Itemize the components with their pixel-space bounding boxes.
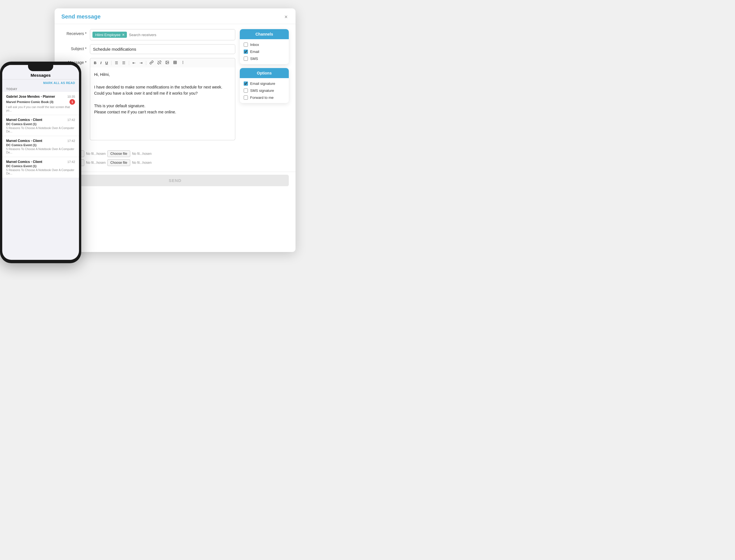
image-icon[interactable] [164,60,171,66]
mobile-message-item-1[interactable]: Marvel Comics - Client 17:42 DC Comics E… [2,115,79,136]
options-sms-sig-option[interactable]: SMS signature [244,88,285,93]
link-icon[interactable] [148,60,155,66]
mobile-device: Messages MARK ALL AS READ TODAY Gabriel … [0,62,81,263]
choose-file-button-2b[interactable]: Choose file [107,159,130,166]
channels-email-checkbox[interactable] [244,50,248,54]
receivers-row: Receivers * Hilmi Employee × [61,29,235,40]
more-options-icon[interactable] [179,60,186,66]
mobile-mark-all-button[interactable]: MARK ALL AS READ [2,80,79,86]
subject-input[interactable] [90,44,235,54]
modal-body: Receivers * Hilmi Employee × Subject * [55,24,295,150]
options-forward-label: Forward to me [250,95,274,100]
channels-email-label: Email [250,50,259,54]
mobile-screen: Messages MARK ALL AS READ TODAY Gabriel … [2,65,79,260]
mobile-message-item-0[interactable]: Gabriel Jose Mendes - Planner 10:35 Marv… [2,92,79,115]
modal-close-button[interactable]: × [283,14,289,20]
mobile-preview-1: 5 Reasons To Choose A Notebook Over A Co… [6,126,75,133]
modal-sidebar: Channels Inbox Email SMS [240,29,289,145]
channels-body: Inbox Email SMS [240,39,289,64]
mobile-preview-0: I will ask you if you can modif the last… [6,105,75,112]
mobile-sender-3: Marvel Comics - Client [6,160,42,164]
options-sms-sig-checkbox[interactable] [244,88,248,93]
svg-rect-3 [174,61,177,64]
options-email-sig-checkbox[interactable] [244,81,248,86]
no-file-text-2a: No fil...hosen [86,161,106,165]
receiver-tag-name: Hilmi Employee [95,33,120,37]
subject-control [90,44,235,54]
options-sms-sig-label: SMS signature [250,88,274,93]
send-button[interactable]: SEND [61,175,289,186]
channels-sms-label: SMS [250,57,258,61]
unlink-icon[interactable] [156,60,163,66]
receiver-tag: Hilmi Employee × [92,32,127,38]
unordered-list-icon[interactable]: ☰ [121,60,127,66]
mobile-message-item-3[interactable]: Marvel Comics - Client 17:42 DC Comics E… [2,157,79,178]
channels-email-option[interactable]: Email [244,50,285,54]
send-message-modal: Send message × Receivers * Hilmi Employe… [55,8,295,252]
mobile-notch [28,65,53,71]
options-forward-checkbox[interactable] [244,95,248,100]
channels-inbox-label: Inbox [250,43,259,47]
svg-point-10 [183,64,183,64]
modal-title: Send message [61,13,101,20]
attachment-row-2: Choose file No fil...hosen Choose file N… [61,159,289,166]
attachments-section: Choose file No fil...hosen Choose file N… [55,150,295,172]
mobile-sender-1: Marvel Comics - Client [6,118,42,122]
subject-label: Subject * [61,44,87,51]
mobile-time-3: 17:42 [67,160,75,164]
mobile-preview-2: 5 Reasons To Choose A Notebook Over A Co… [6,147,75,154]
indent-decrease-icon[interactable]: ⇤ [131,60,137,66]
options-body: Email signature SMS signature Forward to… [240,78,289,103]
mobile-subject-2: DC Comics Event (1) [6,143,75,147]
options-email-sig-option[interactable]: Email signature [244,81,285,86]
svg-point-9 [183,62,183,62]
channels-inbox-checkbox[interactable] [244,43,248,47]
message-control: B I U ☰ ☰ ⇤ ⇥ [90,58,235,141]
receivers-search-input[interactable] [129,33,233,37]
channels-panel: Channels Inbox Email SMS [240,29,289,64]
receiver-tag-close-button[interactable]: × [122,32,124,37]
mobile-sender-0: Gabriel Jose Mendes - Planner [6,95,55,99]
no-file-text-1a: No fil...hosen [86,152,106,156]
mobile-sender-2: Marvel Comics - Client [6,139,42,143]
table-icon[interactable] [172,60,178,66]
channels-sms-option[interactable]: SMS [244,57,285,61]
mobile-section-today: TODAY [2,86,79,92]
no-file-text-2b: No fil...hosen [132,161,151,165]
mobile-message-item-2[interactable]: Marvel Comics - Client 17:42 DC Comics E… [2,136,79,157]
mobile-time-0: 10:35 [67,95,75,98]
message-textarea[interactable]: Hi, Hilmi, I have decided to make some m… [90,67,235,140]
channels-inbox-option[interactable]: Inbox [244,43,285,47]
options-panel: Options Email signature SMS signature Fo… [240,68,289,103]
toolbar-separator-2 [129,61,129,65]
italic-button[interactable]: I [99,60,103,66]
choose-file-button-1b[interactable]: Choose file [107,150,130,157]
indent-increase-icon[interactable]: ⇥ [138,60,144,66]
receivers-label: Receivers * [61,29,87,36]
mobile-time-2: 17:42 [67,139,75,143]
mobile-time-1: 17:42 [67,118,75,122]
options-forward-option[interactable]: Forward to me [244,95,285,100]
receivers-input-container[interactable]: Hilmi Employee × [90,29,235,40]
receivers-control: Hilmi Employee × [90,29,235,40]
subject-row: Subject * [61,44,235,54]
mobile-subject-1: DC Comics Event (1) [6,122,75,126]
message-toolbar: B I U ☰ ☰ ⇤ ⇥ [90,58,235,67]
no-file-text-1b: No fil...hosen [132,152,151,156]
svg-point-2 [166,62,167,62]
ordered-list-icon[interactable]: ☰ [113,60,120,66]
send-section: SEND [55,172,295,191]
channels-sms-checkbox[interactable] [244,57,248,61]
mobile-badge-0: 1 [69,99,75,105]
bold-button[interactable]: B [92,60,98,66]
toolbar-separator-1 [111,61,111,65]
options-email-sig-label: Email signature [250,81,275,86]
mobile-subject-3: DC Comics Event (1) [6,164,75,168]
underline-button[interactable]: U [104,60,109,66]
mobile-subject-0: Marvel Premiere Comic Book (3) 1 [6,99,75,105]
modal-header: Send message × [55,8,295,24]
mobile-preview-3: 5 Reasons To Choose A Notebook Over A Co… [6,168,75,175]
modal-form: Receivers * Hilmi Employee × Subject * [61,29,235,145]
attachment-row-1: Choose file No fil...hosen Choose file N… [61,150,289,157]
options-header: Options [240,68,289,78]
